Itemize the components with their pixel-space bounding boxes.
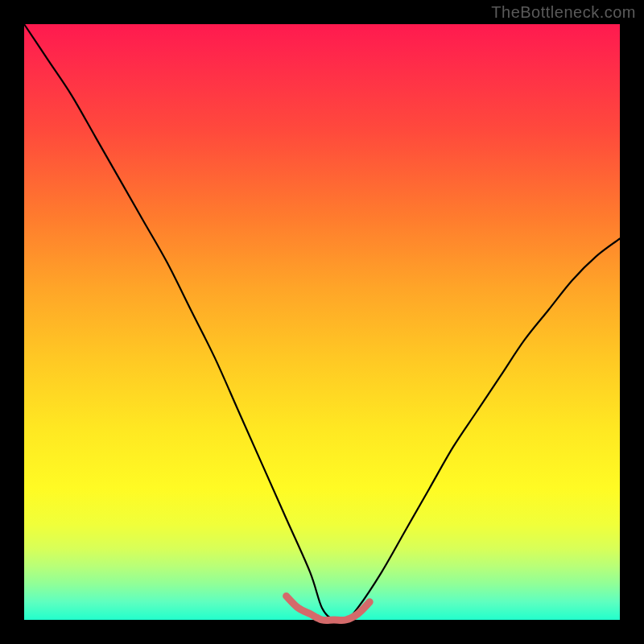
series-group — [24, 24, 620, 621]
plot-area — [24, 24, 620, 620]
chart-frame: TheBottleneck.com — [0, 0, 644, 644]
bottleneck-curve-path — [24, 24, 620, 621]
chart-svg — [24, 24, 620, 620]
watermark-text: TheBottleneck.com — [491, 3, 636, 22]
